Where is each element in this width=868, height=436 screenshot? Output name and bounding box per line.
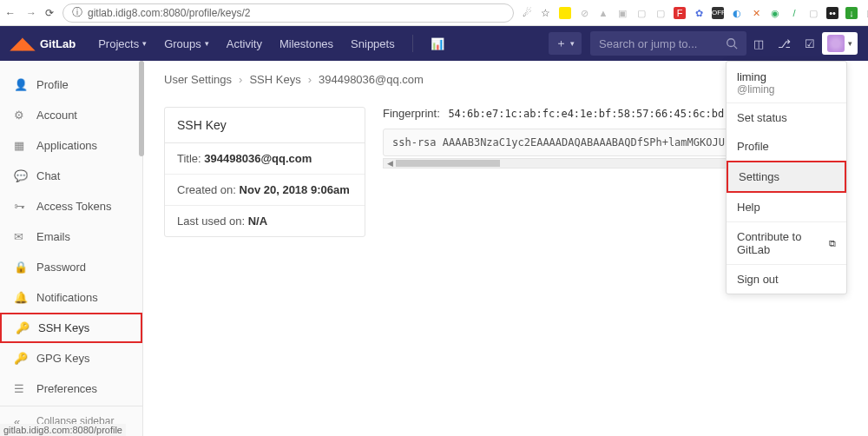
sidebar-item-label: GPG Keys bbox=[36, 352, 89, 365]
ext-icon[interactable]: ◉ bbox=[769, 7, 781, 19]
translate-icon[interactable]: ☄ bbox=[523, 7, 532, 19]
browser-status-text: gitlab.idig8.com:8080/profile bbox=[0, 424, 126, 436]
ext-icon[interactable]: ⊘ bbox=[578, 7, 590, 19]
ext-icon[interactable]: •• bbox=[826, 7, 838, 19]
breadcrumb-link[interactable]: SSH Keys bbox=[249, 73, 300, 86]
plus-icon: ＋ bbox=[556, 36, 567, 51]
new-button[interactable]: ＋▾ bbox=[549, 32, 582, 55]
ext-icon[interactable]: ▷ bbox=[865, 7, 868, 19]
nav-milestones[interactable]: Milestones bbox=[271, 26, 342, 61]
avatar bbox=[827, 35, 845, 52]
ext-icon[interactable]: ▢ bbox=[807, 7, 819, 19]
sidebar-item-account[interactable]: ⚙Account bbox=[0, 100, 142, 130]
sidebar-item-notifications[interactable]: 🔔Notifications bbox=[0, 282, 142, 313]
mail-icon: ✉ bbox=[14, 230, 26, 243]
sidebar-item-emails[interactable]: ✉Emails bbox=[0, 221, 142, 252]
sidebar-item-applications[interactable]: ▦Applications bbox=[0, 130, 142, 161]
gitlab-logo[interactable]: ◢◣ GitLab bbox=[10, 34, 76, 53]
field-label: Last used on: bbox=[177, 215, 248, 228]
site-info-icon: ⓘ bbox=[72, 5, 82, 20]
ext-icon[interactable]: ◐ bbox=[731, 7, 743, 19]
token-icon: 🗝 bbox=[14, 200, 26, 213]
dropdown-help[interactable]: Help bbox=[727, 193, 846, 221]
field-label: Created on: bbox=[177, 183, 240, 196]
issues-icon[interactable]: ◫ bbox=[746, 37, 771, 50]
ext-icon[interactable]: ✕ bbox=[750, 7, 762, 19]
fingerprint-value: 54:6b:e7:1c:ab:fc:e4:1e:bf:58:57:66:45:6… bbox=[448, 108, 743, 120]
dropdown-header: liming @liming bbox=[727, 62, 846, 103]
sidebar-item-label: Applications bbox=[36, 139, 97, 152]
card-row-lastused: Last used on: N/A bbox=[165, 206, 365, 236]
sidebar-item-gpg-keys[interactable]: 🔑GPG Keys bbox=[0, 343, 142, 373]
main-content: User Settings › SSH Keys › 394498036@qq.… bbox=[143, 61, 868, 436]
divider bbox=[412, 35, 413, 52]
ext-icon[interactable]: OFF bbox=[712, 7, 724, 19]
breadcrumb-separator: › bbox=[308, 73, 312, 86]
dropdown-contribute[interactable]: Contribute to GitLab⧉ bbox=[727, 222, 846, 264]
dropdown-sign-out[interactable]: Sign out bbox=[727, 265, 846, 294]
ext-icon[interactable]: ▲ bbox=[597, 7, 609, 19]
field-value: 394498036@qq.com bbox=[204, 152, 312, 165]
chevron-down-icon: ▾ bbox=[205, 39, 209, 48]
breadcrumb-link[interactable]: User Settings bbox=[164, 73, 232, 86]
settings-sidebar: 👤Profile ⚙Account ▦Applications 💬Chat 🗝A… bbox=[0, 61, 143, 436]
nav-projects[interactable]: Projects▾ bbox=[89, 26, 155, 61]
prefs-icon: ☰ bbox=[14, 382, 26, 395]
nav-groups[interactable]: Groups▾ bbox=[155, 26, 218, 61]
nav-snippets[interactable]: Snippets bbox=[342, 26, 404, 61]
sidebar-item-preferences[interactable]: ☰Preferences bbox=[0, 373, 142, 404]
address-bar[interactable]: ⓘ gitlab.idig8.com:8080/profile/keys/2 bbox=[62, 3, 514, 23]
dropdown-settings[interactable]: Settings bbox=[727, 161, 846, 193]
sidebar-item-label: Account bbox=[36, 109, 77, 122]
card-row-created: Created on: Nov 20, 2018 9:06am bbox=[165, 175, 365, 206]
sidebar-item-label: SSH Keys bbox=[38, 321, 89, 334]
sidebar-item-label: Notifications bbox=[36, 291, 98, 304]
svg-line-1 bbox=[734, 46, 738, 50]
sidebar-item-label: Password bbox=[36, 261, 86, 274]
ext-icon[interactable]: ▣ bbox=[616, 7, 628, 19]
bookmark-icon[interactable]: ☆ bbox=[541, 7, 550, 19]
svg-point-0 bbox=[727, 39, 735, 47]
nav-chart-icon[interactable]: 📊 bbox=[422, 26, 453, 61]
gitlab-icon: ◢◣ bbox=[10, 34, 35, 53]
sidebar-item-access-tokens[interactable]: 🗝Access Tokens bbox=[0, 191, 142, 221]
bell-icon: 🔔 bbox=[14, 291, 26, 304]
back-button[interactable]: ← bbox=[5, 7, 16, 19]
ext-icon[interactable]: ▢ bbox=[654, 7, 667, 19]
card-row-title: Title: 394498036@qq.com bbox=[165, 143, 365, 175]
ext-icon[interactable] bbox=[559, 7, 571, 19]
user-dropdown-menu: liming @liming Set status Profile Settin… bbox=[726, 61, 847, 294]
user-menu-button[interactable]: ▾ bbox=[822, 32, 858, 55]
ext-icon[interactable]: ✿ bbox=[693, 7, 705, 19]
scroll-left-arrow[interactable]: ◀ bbox=[384, 159, 396, 168]
top-navigation: ◢◣ GitLab Projects▾ Groups▾ Activity Mil… bbox=[0, 26, 868, 61]
reload-button[interactable]: ⟳ bbox=[45, 7, 54, 19]
key-icon: 🔑 bbox=[16, 321, 28, 334]
sidebar-item-ssh-keys[interactable]: 🔑SSH Keys bbox=[0, 313, 142, 343]
chevron-down-icon: ▾ bbox=[142, 39, 147, 48]
ext-icon[interactable]: ▢ bbox=[635, 7, 648, 19]
ext-icon[interactable]: ↓ bbox=[845, 7, 858, 19]
sidebar-item-label: Preferences bbox=[36, 382, 97, 395]
card-heading: SSH Key bbox=[165, 108, 365, 143]
search-placeholder: Search or jump to... bbox=[599, 37, 697, 50]
sidebar-item-password[interactable]: 🔒Password bbox=[0, 252, 142, 282]
forward-button[interactable]: → bbox=[26, 7, 36, 19]
breadcrumb-current: 394498036@qq.com bbox=[319, 73, 424, 86]
sidebar-item-label: Access Tokens bbox=[36, 200, 111, 213]
extension-icons: ⊘ ▲ ▣ ▢ ▢ F ✿ OFF ◐ ✕ ◉ / ▢ •• ↓ ▷ ⊛ ⋮ bbox=[559, 7, 868, 19]
fingerprint-label: Fingerprint: bbox=[383, 107, 440, 120]
nav-activity[interactable]: Activity bbox=[218, 26, 271, 61]
sidebar-item-profile[interactable]: 👤Profile bbox=[0, 69, 142, 100]
ext-icon[interactable]: / bbox=[788, 7, 800, 19]
scroll-thumb[interactable] bbox=[396, 160, 500, 167]
dropdown-user-name: liming bbox=[737, 70, 836, 83]
sidebar-item-chat[interactable]: 💬Chat bbox=[0, 161, 142, 191]
chevron-down-icon: ▾ bbox=[848, 39, 852, 48]
dropdown-set-status[interactable]: Set status bbox=[727, 103, 846, 132]
ext-icon[interactable]: F bbox=[674, 7, 686, 19]
todos-icon[interactable]: ☑ bbox=[798, 37, 822, 50]
merge-requests-icon[interactable]: ⎇ bbox=[771, 37, 798, 50]
search-input[interactable]: Search or jump to... bbox=[590, 31, 746, 56]
dropdown-profile[interactable]: Profile bbox=[727, 132, 846, 161]
